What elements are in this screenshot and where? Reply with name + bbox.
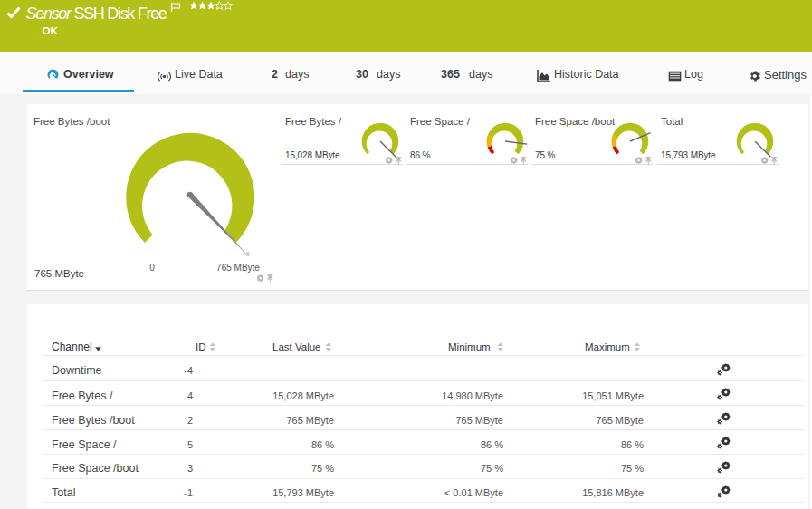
svg-text:x: x — [245, 249, 250, 258]
